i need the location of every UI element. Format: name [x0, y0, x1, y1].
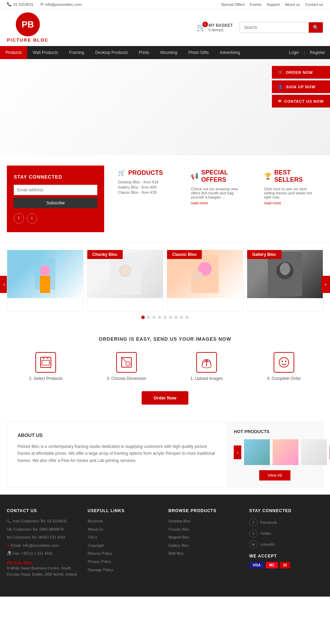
- link-tcs[interactable]: T&Cs: [88, 534, 162, 541]
- carousel-dot-5[interactable]: [163, 316, 167, 319]
- carousel-dot-8[interactable]: [180, 316, 183, 319]
- product-link-desktop[interactable]: Desktop Bloc - from €18: [118, 180, 170, 184]
- logo-circle: PB: [16, 12, 40, 36]
- order-now-main-button[interactable]: Order Now: [142, 391, 188, 405]
- browse-desktop[interactable]: Desktop Bloc: [168, 518, 242, 524]
- special-offers-text: Check out our amazing new offers this mo…: [191, 187, 243, 199]
- logo[interactable]: PB PICTURE BLOC: [7, 12, 49, 43]
- carousel-item-gallery[interactable]: Gallery Bloc: [247, 250, 323, 312]
- nav-desktop-products[interactable]: Desktop Products: [90, 46, 133, 59]
- link-privacy[interactable]: Privacy Policy: [88, 559, 162, 565]
- basket-text: MY BASKET 0 Item(s): [209, 23, 233, 32]
- link-brochure[interactable]: Brochure: [88, 518, 162, 524]
- support-link[interactable]: Support: [266, 2, 280, 7]
- link-damage[interactable]: Damage Policy: [88, 567, 162, 573]
- carousel-next-button[interactable]: ›: [321, 276, 330, 293]
- logo-name: PICTURE BLOC: [7, 37, 49, 43]
- about-text: Picture Bloc is a contemporary framing s…: [18, 443, 216, 464]
- special-offers-readmore[interactable]: read more: [191, 201, 208, 205]
- special-offers-icon: 📢: [191, 172, 198, 180]
- about-us-link[interactable]: About us: [285, 2, 300, 7]
- step-dimension-icon: [116, 352, 137, 373]
- basket[interactable]: 🛒 0 MY BASKET 0 Item(s): [197, 23, 233, 32]
- hot-product-1[interactable]: [244, 439, 270, 465]
- browse-wall[interactable]: Wall Bloc: [168, 551, 242, 557]
- carousel-dot-3[interactable]: [152, 316, 156, 319]
- carousel-item-desktop[interactable]: Desktop Bloc: [7, 250, 84, 312]
- events-link[interactable]: Events: [250, 2, 262, 7]
- twitter-icon[interactable]: t: [27, 213, 37, 224]
- footer-address: 9 White Swan Business Centre, South Circ…: [7, 565, 81, 577]
- product-link-classic[interactable]: Classic Bloc - from €35: [118, 190, 170, 194]
- email-info: ✉ info@picturebloc.com: [40, 2, 81, 7]
- link-copyright[interactable]: Copyright: [88, 543, 162, 549]
- nav-advertising[interactable]: Advertising: [214, 46, 245, 59]
- browse-magnet[interactable]: Magnet Bloc: [168, 534, 242, 541]
- step-upload-label: 1. Upload Images: [190, 376, 223, 381]
- footer-top: CONTACT US 📞 Irish Customers Tel: 01 531…: [7, 508, 323, 579]
- hot-product-2[interactable]: [273, 439, 298, 465]
- carousel-dot-4[interactable]: [158, 316, 161, 319]
- login-link[interactable]: Login: [284, 46, 304, 59]
- contact-us-button[interactable]: ✉ CONTACT US NOW: [272, 95, 330, 108]
- basket-badge: 0: [202, 22, 208, 27]
- order-now-button[interactable]: 🛒 ORDER NOW: [272, 66, 330, 79]
- special-offers-block: 📢 SPECIAL OFFERS Check out our amazing n…: [184, 166, 250, 232]
- search-button[interactable]: 🔍: [309, 22, 323, 33]
- carousel-item-chunky[interactable]: Chunky Bloc: [87, 250, 164, 312]
- footer-twitter[interactable]: t Twitter: [249, 529, 323, 538]
- footer-useful-links-col: USEFULL LINKS Brochure About Us T&Cs Cop…: [88, 508, 162, 579]
- contact-us-link[interactable]: Contact us: [305, 2, 323, 7]
- we-accept-section: WE ACCEPT VISA MC DI: [249, 554, 323, 568]
- carousel-dot-7[interactable]: [174, 316, 178, 319]
- register-link[interactable]: Register: [305, 46, 330, 59]
- nav-framing[interactable]: Framing: [64, 46, 90, 59]
- nav-products[interactable]: Products: [0, 46, 27, 59]
- search-input[interactable]: [240, 22, 309, 33]
- order-now-label: ORDER NOW: [286, 70, 313, 75]
- subscribe-button[interactable]: Subscribe: [14, 198, 97, 208]
- hot-product-3[interactable]: [301, 439, 327, 465]
- facebook-footer-icon: f: [249, 518, 257, 527]
- nav-left[interactable]: Products Wall Products Framing Desktop P…: [0, 46, 245, 59]
- search-bar[interactable]: 🔍: [240, 22, 323, 33]
- svg-line-17: [122, 358, 126, 362]
- special-offers-link[interactable]: Special Offers: [221, 2, 245, 7]
- view-all-button[interactable]: View All: [259, 470, 291, 481]
- side-buttons: 🛒 ORDER NOW 👤 SIGN UP NOW ✉ CONTACT US N…: [272, 66, 330, 108]
- carousel-item-classic[interactable]: Classic Bloc: [167, 250, 243, 312]
- email-input[interactable]: [14, 185, 97, 195]
- nav-right[interactable]: Login | Register: [284, 46, 330, 59]
- carousel-dot-1[interactable]: [141, 316, 145, 319]
- facebook-icon[interactable]: f: [14, 213, 24, 224]
- carousel-dot-9[interactable]: [185, 316, 189, 319]
- carousel-label-gallery: Gallery Bloc: [247, 250, 282, 259]
- carousel-dot-2[interactable]: [147, 316, 150, 319]
- step-upload-icon: [196, 352, 217, 373]
- nav-wall-products[interactable]: Wall Products: [27, 46, 64, 59]
- top-bar-right[interactable]: Special Offers Events Support About us C…: [221, 2, 323, 7]
- order-section: ORDERING IS EASY, SEND US YOUR IMAGES NO…: [0, 326, 330, 415]
- product-link-gallery[interactable]: Gallery Bloc - from €50: [118, 185, 170, 189]
- sign-up-button[interactable]: 👤 SIGN UP NOW: [272, 80, 330, 93]
- hot-products-title: HOT PRODUCTS: [234, 429, 316, 434]
- browse-chunky[interactable]: Chunky Bloc: [168, 527, 242, 533]
- link-about[interactable]: About Us: [88, 527, 162, 533]
- phone-info: 📞 01 5314031: [7, 2, 33, 7]
- nav-prints[interactable]: Prints: [133, 46, 155, 59]
- nav-photo-gifts[interactable]: Photo Gifts: [183, 46, 214, 59]
- browse-gallery[interactable]: Gallery Bloc: [168, 543, 242, 549]
- carousel-dot-6[interactable]: [169, 316, 172, 319]
- order-step-4: 4. Complete Order: [267, 352, 301, 381]
- hot-prev-button[interactable]: ‹: [234, 445, 241, 459]
- link-returns[interactable]: Returns Policy: [88, 551, 162, 557]
- nav-mounting[interactable]: Mounting: [155, 46, 183, 59]
- footer-facebook[interactable]: f Facebook: [249, 518, 323, 527]
- signup-icon: 👤: [278, 84, 283, 89]
- footer-linkedin[interactable]: in LinkedIn: [249, 540, 323, 549]
- carousel-section: ‹ Desktop Bloc Chunky Bloc: [0, 243, 330, 326]
- best-sellers-readmore[interactable]: read more: [264, 201, 281, 205]
- best-sellers-title: 🏆 BEST SELLERS: [264, 169, 316, 183]
- footer-browse-col: BROWSE PRODUCTS Desktop Bloc Chunky Bloc…: [168, 508, 242, 579]
- best-sellers-icon: 🏆: [264, 172, 272, 180]
